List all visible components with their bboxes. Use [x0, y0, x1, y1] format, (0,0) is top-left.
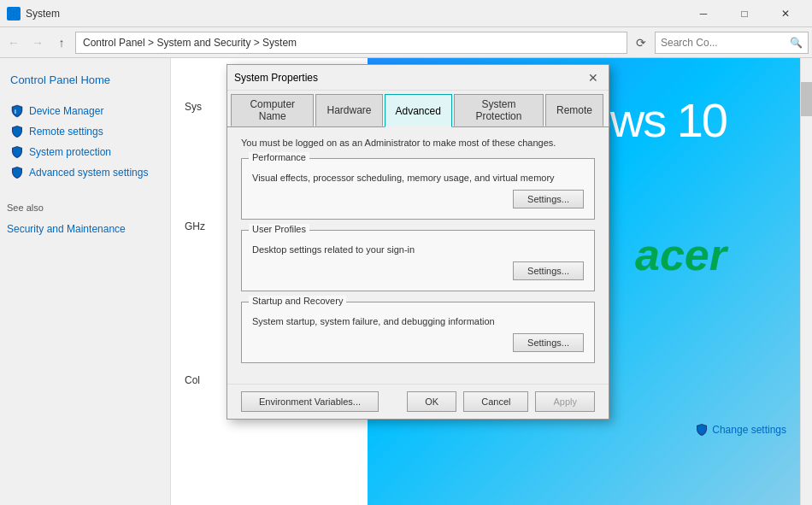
- tab-computer-name[interactable]: Computer Name: [231, 94, 314, 126]
- performance-text: Visual effects, processor scheduling, me…: [252, 173, 584, 183]
- user-profiles-label: User Profiles: [249, 224, 309, 234]
- dialog-overlay: System Properties ✕ Computer Name Hardwa…: [0, 0, 812, 505]
- system-properties-dialog: System Properties ✕ Computer Name Hardwa…: [227, 64, 609, 420]
- dialog-content: You must be logged on as an Administrato…: [227, 127, 609, 384]
- user-profiles-text: Desktop settings related to your sign-in: [252, 244, 584, 255]
- startup-recovery-label: Startup and Recovery: [249, 296, 346, 306]
- dialog-tabs: Computer Name Hardware Advanced System P…: [227, 91, 609, 127]
- dialog-footer: Environment Variables... OK Cancel Apply: [227, 384, 609, 419]
- dialog-close-button[interactable]: ✕: [585, 69, 602, 86]
- tab-remote[interactable]: Remote: [545, 94, 603, 126]
- tab-advanced[interactable]: Advanced: [385, 94, 452, 127]
- startup-recovery-settings-button[interactable]: Settings...: [513, 333, 584, 352]
- ok-button[interactable]: OK: [407, 391, 456, 412]
- performance-btn-row: Settings...: [252, 190, 584, 208]
- footer-buttons: OK Cancel Apply: [407, 391, 595, 412]
- user-profiles-settings-button[interactable]: Settings...: [513, 261, 584, 280]
- environment-variables-button[interactable]: Environment Variables...: [241, 391, 379, 412]
- startup-recovery-text: System startup, system failure, and debu…: [252, 316, 584, 326]
- user-profiles-btn-row: Settings...: [252, 261, 584, 280]
- dialog-titlebar: System Properties ✕: [227, 65, 609, 91]
- startup-recovery-btn-row: Settings...: [252, 333, 584, 352]
- user-profiles-section: User Profiles Desktop settings related t…: [241, 230, 595, 291]
- performance-section: Performance Visual effects, processor sc…: [241, 158, 595, 220]
- tab-system-protection[interactable]: System Protection: [454, 94, 544, 126]
- cancel-button[interactable]: Cancel: [463, 391, 528, 412]
- tab-hardware[interactable]: Hardware: [315, 94, 382, 126]
- admin-note: You must be logged on as an Administrato…: [241, 138, 595, 148]
- performance-label: Performance: [249, 152, 309, 162]
- startup-recovery-section: Startup and Recovery System startup, sys…: [241, 302, 595, 363]
- performance-settings-button[interactable]: Settings...: [513, 190, 584, 208]
- dialog-title: System Properties: [234, 72, 585, 84]
- apply-button[interactable]: Apply: [535, 391, 595, 412]
